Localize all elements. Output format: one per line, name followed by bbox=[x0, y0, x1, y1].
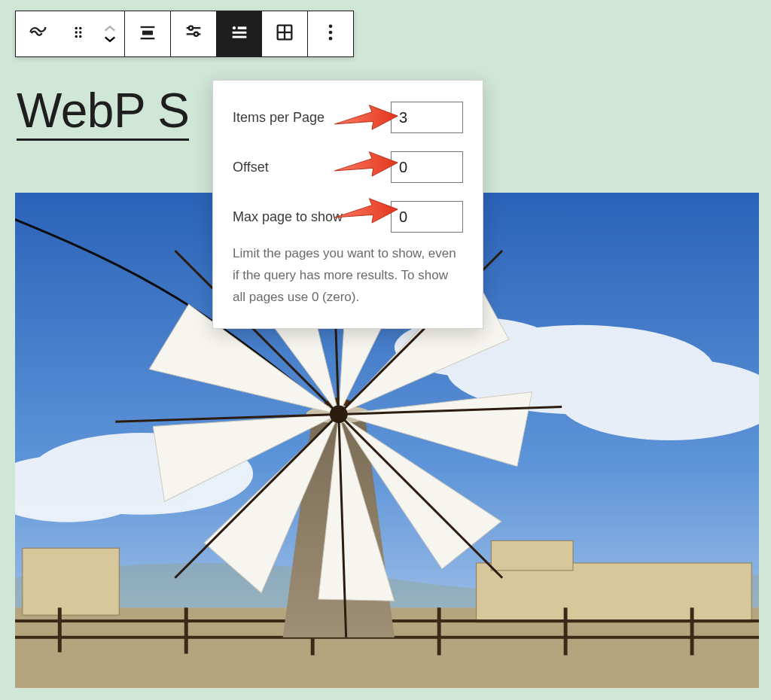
svg-point-10 bbox=[189, 26, 193, 30]
more-options-button[interactable] bbox=[308, 11, 353, 56]
query-loop-icon bbox=[28, 22, 49, 46]
help-text: Limit the pages you want to show, even i… bbox=[233, 243, 463, 309]
display-settings-button[interactable] bbox=[171, 11, 216, 56]
svg-rect-15 bbox=[238, 26, 247, 29]
items-per-page-input[interactable] bbox=[391, 102, 463, 133]
list-view-icon bbox=[229, 22, 250, 46]
svg-point-2 bbox=[75, 31, 78, 33]
offset-label: Offset bbox=[233, 160, 391, 175]
svg-rect-7 bbox=[142, 31, 153, 35]
grid-view-button[interactable] bbox=[262, 11, 307, 56]
block-mover[interactable] bbox=[96, 11, 124, 56]
svg-point-0 bbox=[75, 27, 78, 29]
group-more bbox=[308, 11, 353, 56]
svg-point-23 bbox=[329, 37, 333, 41]
drag-handle[interactable] bbox=[61, 11, 96, 56]
group-align bbox=[125, 11, 171, 56]
align-button[interactable] bbox=[125, 11, 170, 56]
grid-view-icon bbox=[274, 22, 295, 46]
group-block bbox=[16, 11, 125, 56]
svg-rect-16 bbox=[233, 32, 247, 34]
group-views bbox=[217, 11, 308, 56]
move-up-icon bbox=[96, 23, 124, 34]
list-view-button[interactable] bbox=[217, 11, 262, 56]
field-max-pages: Max page to show bbox=[233, 201, 463, 233]
display-settings-popover: Items per Page Offset Max page to show L… bbox=[212, 80, 483, 329]
svg-point-22 bbox=[329, 31, 333, 35]
svg-point-1 bbox=[79, 27, 81, 29]
move-down-icon bbox=[96, 34, 124, 44]
svg-point-12 bbox=[194, 32, 198, 36]
more-options-icon bbox=[320, 22, 341, 46]
svg-point-4 bbox=[75, 35, 78, 38]
field-items-per-page: Items per Page bbox=[233, 102, 463, 133]
svg-point-21 bbox=[329, 25, 333, 29]
svg-rect-17 bbox=[233, 36, 247, 38]
svg-point-3 bbox=[79, 31, 81, 33]
offset-input[interactable] bbox=[391, 151, 463, 183]
align-icon bbox=[137, 22, 158, 46]
items-per-page-label: Items per Page bbox=[233, 110, 391, 126]
svg-point-5 bbox=[79, 35, 81, 38]
display-settings-icon bbox=[183, 22, 204, 46]
svg-rect-31 bbox=[23, 548, 119, 615]
drag-icon bbox=[70, 24, 87, 44]
svg-rect-33 bbox=[491, 540, 573, 571]
svg-rect-32 bbox=[477, 563, 752, 622]
block-type-button[interactable] bbox=[16, 11, 61, 56]
max-pages-input[interactable] bbox=[391, 201, 463, 233]
group-settings bbox=[171, 11, 217, 56]
block-toolbar bbox=[15, 11, 354, 57]
field-offset: Offset bbox=[233, 151, 463, 183]
post-title[interactable]: WebP S bbox=[17, 84, 189, 141]
svg-point-14 bbox=[233, 26, 236, 29]
max-pages-label: Max page to show bbox=[233, 209, 391, 225]
